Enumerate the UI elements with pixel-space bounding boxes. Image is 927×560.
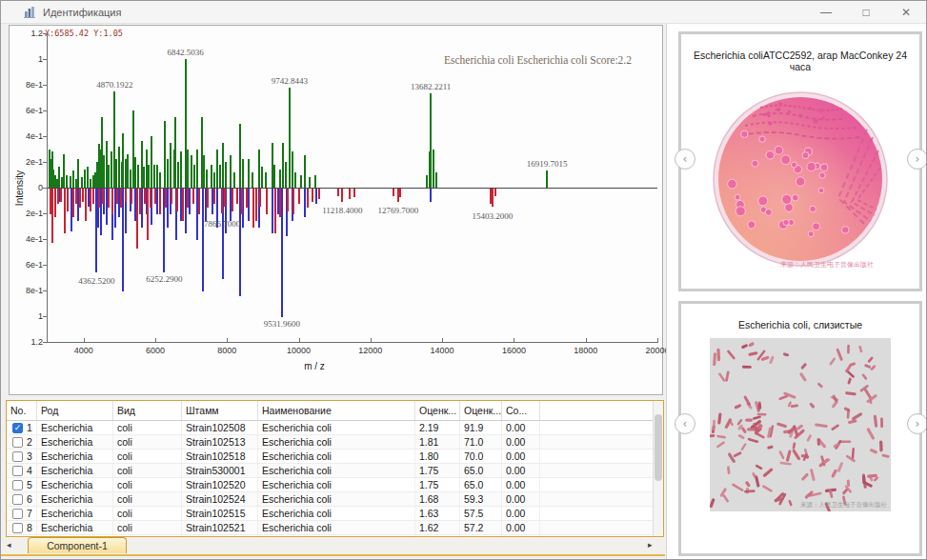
spectrum-peak: [87, 167, 89, 188]
peak-label: 4870.1922: [96, 80, 132, 90]
spectrum-peak: [259, 189, 261, 207]
name-cell: Escherichia coli: [258, 421, 415, 434]
peak-label: 4362.5200: [78, 276, 114, 286]
row-checkbox[interactable]: [12, 509, 23, 519]
table-row[interactable]: 8EscherichiacoliStrain102521Escherichia …: [7, 521, 663, 535]
spectrum-peak: [266, 189, 268, 214]
row-checkbox[interactable]: [12, 466, 23, 476]
column-header[interactable]: Вид: [113, 401, 182, 420]
spectrum-peak: [167, 189, 169, 228]
genus-cell: Escherichia: [37, 464, 113, 477]
spectrum-peak: [207, 189, 209, 208]
table-row[interactable]: 3EscherichiacoliStrain102518Escherichia …: [7, 450, 663, 464]
microscopy-card: Escherichia coli, слизистые 来源：人民卫生电子音像出…: [678, 301, 922, 556]
spectrum-peak: [399, 189, 401, 197]
extra-cell: 0.00: [502, 492, 540, 506]
column-header[interactable]: Оценк...: [415, 401, 460, 420]
score-cell: 1.75: [415, 464, 460, 477]
filler-cell: [540, 435, 663, 449]
y-tick-mark: [43, 59, 47, 60]
row-number-cell: 7: [7, 507, 37, 520]
row-checkbox[interactable]: [12, 437, 23, 448]
table-row[interactable]: 2EscherichiacoliStrain102513Escherichia …: [7, 435, 663, 450]
name-cell: Escherichia coli: [258, 521, 415, 534]
y-axis-label: Intensity: [14, 170, 25, 206]
spectrum-peak: [307, 189, 309, 208]
column-header[interactable]: Штамм: [182, 401, 258, 420]
x-tick-mark: [657, 338, 658, 342]
row-number: 7: [27, 508, 32, 519]
spectrum-chart-panel[interactable]: X:6585.42 Y:1.05 Escherichia coli Escher…: [9, 25, 663, 395]
spectrum-peak: [252, 172, 253, 188]
spectrum-peak: [337, 189, 339, 196]
column-header[interactable]: Оценк...: [460, 401, 502, 420]
strain-cell: Strain102508: [182, 421, 258, 434]
table-row[interactable]: 4EscherichiacoliStrain530001Escherichia …: [7, 464, 663, 478]
plate-next-button[interactable]: ›: [907, 149, 927, 170]
tab-scroll-left-icon[interactable]: ◂: [7, 540, 11, 550]
spectrum-peak: [82, 189, 84, 202]
peak-label: 13682.2211: [411, 82, 451, 91]
column-header[interactable]: Наименование: [258, 401, 415, 420]
column-header[interactable]: No.: [7, 401, 37, 420]
spectrum-peak: [274, 189, 276, 233]
spectrum-peak: [282, 143, 284, 188]
microscopy-next-button[interactable]: ›: [907, 413, 927, 434]
score-cell: 2.19: [415, 421, 460, 434]
chevron-left-icon: ‹: [683, 418, 688, 430]
score-cell: 1.63: [415, 507, 460, 520]
row-checkbox[interactable]: [12, 523, 23, 533]
plate-prev-button[interactable]: ‹: [675, 149, 695, 170]
spectrum-peak: [139, 189, 141, 214]
strain-cell: Strain530001: [182, 464, 258, 477]
spectrum-peak: [131, 189, 132, 204]
y-tick-label: 1.2: [30, 29, 43, 38]
species-cell: coli: [113, 450, 182, 463]
spectrum-peak: [546, 170, 548, 188]
column-header[interactable]: Со...: [502, 401, 540, 420]
spectrum-peak: [51, 189, 53, 243]
row-checkbox[interactable]: [12, 494, 23, 505]
table-row[interactable]: ✓1EscherichiacoliStrain102508Escherichia…: [7, 421, 663, 435]
score-cell: 1.80: [415, 450, 460, 463]
tab-scroll-right-icon[interactable]: ▸: [648, 540, 653, 550]
table-row[interactable]: 7EscherichiacoliStrain102515Escherichia …: [7, 507, 663, 521]
tab-component-1[interactable]: Component-1: [28, 537, 127, 553]
strain-cell: Strain102521: [182, 521, 258, 534]
genus-cell: Escherichia: [37, 435, 113, 449]
spectrum-peak: [248, 159, 250, 188]
y-tick-mark: [43, 110, 47, 111]
row-checkbox[interactable]: [12, 480, 23, 490]
y-tick-mark: [43, 33, 47, 34]
spectrum-peak: [213, 189, 215, 204]
row-number: 4: [27, 465, 32, 476]
strain-cell: Strain102513: [182, 435, 258, 449]
maximize-button[interactable]: □: [846, 1, 886, 23]
species-cell: coli: [113, 478, 182, 491]
spectrum-peak: [111, 189, 113, 214]
close-button[interactable]: ✕: [886, 1, 926, 23]
plate-image-caption: Escherichia coliATCC2592, агар MacConkey…: [681, 50, 919, 72]
row-number-cell: 2: [7, 435, 37, 449]
spectrum-peak: [281, 189, 283, 317]
spectrum-peak: [108, 165, 110, 188]
y-tick-label: 4e-1: [26, 131, 43, 141]
table-row[interactable]: 5EscherichiacoliStrain102520Escherichia …: [7, 478, 663, 492]
table-row[interactable]: 6EscherichiacoliStrain102524Escherichia …: [7, 492, 663, 507]
spectrum-peak: [116, 189, 118, 204]
peak-label: 9742.8443: [272, 76, 308, 86]
score2-cell: 57.5: [460, 507, 502, 520]
column-header[interactable]: Род: [37, 401, 113, 420]
spectrum-peak: [120, 189, 122, 208]
scrollbar-thumb[interactable]: [655, 414, 662, 481]
microscopy-prev-button[interactable]: ‹: [675, 413, 695, 434]
row-checkbox[interactable]: [12, 451, 23, 462]
y-tick-label: 8e-1: [26, 286, 43, 295]
score-cell: 1.75: [415, 478, 460, 491]
species-cell: coli: [113, 492, 182, 506]
minimize-button[interactable]: —: [806, 1, 846, 23]
row-checkbox[interactable]: ✓: [12, 423, 23, 433]
spectrum-peak: [174, 117, 176, 188]
spectrum-peak: [292, 189, 294, 214]
table-vertical-scrollbar[interactable]: [653, 401, 663, 536]
